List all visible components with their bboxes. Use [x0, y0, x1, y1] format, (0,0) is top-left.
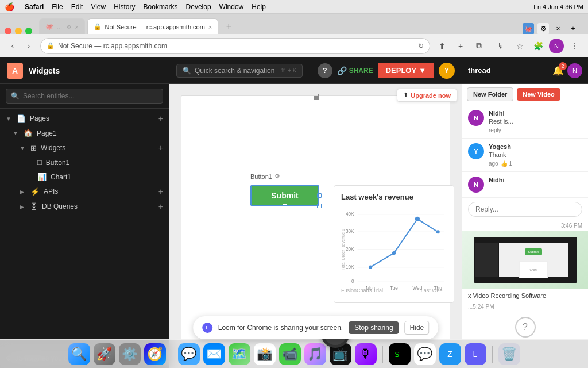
- tab-grid-btn[interactable]: ⧉: [471, 39, 486, 53]
- svg-text:10K: 10K: [346, 264, 354, 270]
- submit-button[interactable]: Submit: [250, 185, 319, 206]
- widgets-item[interactable]: ▼ ⊞ Widgets +: [0, 140, 169, 155]
- dock-zoom[interactable]: Z: [439, 343, 461, 365]
- entity-search-wrap[interactable]: 🔍: [6, 89, 163, 103]
- apis-item[interactable]: ▶ ⚡ APIs +: [0, 184, 169, 199]
- hide-button[interactable]: Hide: [405, 321, 430, 335]
- video-panel-buttons: New Folder New Video: [462, 84, 588, 105]
- comment-1-body: Nidhi Rest is... reply: [489, 110, 582, 133]
- browser-ext-icon-1[interactable]: 🐙: [523, 23, 534, 34]
- resize-handle-right[interactable]: [317, 193, 322, 198]
- puzzle-btn[interactable]: 🧩: [531, 39, 546, 53]
- right-panel-avatar[interactable]: N: [567, 63, 582, 78]
- menu-edit[interactable]: Edit: [71, 3, 83, 11]
- dock-terminal[interactable]: $_: [389, 343, 411, 365]
- add-widget-btn[interactable]: +: [158, 143, 163, 152]
- menu-window[interactable]: Window: [219, 3, 244, 11]
- dock-slack[interactable]: 💬: [414, 343, 436, 365]
- chart-widget[interactable]: Last week's revenue 40K 30K 20K 10K 0: [334, 185, 454, 303]
- dock-trash[interactable]: 🗑️: [498, 343, 520, 365]
- add-page-btn[interactable]: +: [158, 114, 163, 123]
- deploy-button[interactable]: DEPLOY ▼: [378, 63, 434, 78]
- apis-icon: ⚡: [30, 187, 40, 196]
- inactive-tab-icon: 🐙: [45, 23, 53, 30]
- dock-facetime[interactable]: 📹: [279, 343, 301, 365]
- new-folder-button[interactable]: New Folder: [467, 87, 513, 101]
- dock-messages[interactable]: 💬: [178, 343, 200, 365]
- menu-view[interactable]: View: [91, 3, 106, 11]
- new-tab-bar-btn[interactable]: +: [453, 39, 468, 53]
- entity-search-input[interactable]: [23, 92, 158, 100]
- menu-bookmarks[interactable]: Bookmarks: [144, 3, 178, 11]
- menu-develop[interactable]: Develop: [186, 3, 211, 11]
- search-bar[interactable]: 🔍 Quick search & navigation ⌘ + K: [176, 64, 303, 78]
- user-avatar-btn[interactable]: Y: [439, 63, 455, 79]
- dock-launchpad[interactable]: 🚀: [94, 343, 115, 365]
- reply-input[interactable]: [475, 205, 575, 213]
- add-db-btn[interactable]: +: [158, 202, 163, 211]
- dock-safari[interactable]: 🧭: [144, 343, 166, 365]
- inactive-tab[interactable]: 🐙 ... ⚙ ×: [39, 18, 85, 34]
- user-profile-btn[interactable]: N: [549, 39, 564, 53]
- upgrade-banner[interactable]: ⬆ Upgrade now: [397, 89, 457, 102]
- refresh-icon[interactable]: ↻: [418, 42, 424, 50]
- inactive-tab-close[interactable]: ×: [75, 24, 78, 30]
- active-tab[interactable]: 🔒 Not Secure — rc.app.appsmith.com ×: [87, 18, 219, 34]
- new-video-button[interactable]: New Video: [517, 88, 560, 101]
- menu-help[interactable]: Help: [252, 3, 266, 11]
- close-button[interactable]: [5, 28, 11, 34]
- dock-separator-1: [172, 346, 172, 363]
- menu-safari[interactable]: Safari: [25, 3, 44, 11]
- fullscreen-button[interactable]: [25, 28, 32, 34]
- tab-close-btn[interactable]: ×: [208, 24, 212, 30]
- notification-bell[interactable]: 🔔 2: [552, 65, 564, 76]
- button-widget[interactable]: Button1 ⚙ Submit: [250, 185, 319, 206]
- mic-btn[interactable]: 🎙: [494, 39, 509, 53]
- dock-podcasts[interactable]: 🎙: [355, 343, 377, 365]
- dock-mail[interactable]: ✉️: [203, 343, 225, 365]
- browser-ext-close[interactable]: ×: [552, 23, 564, 34]
- chart1-item[interactable]: ▶ 📊 Chart1: [0, 170, 169, 184]
- resize-handle-bottom[interactable]: [283, 204, 287, 208]
- db-queries-item[interactable]: ▶ 🗄 DB Queries +: [0, 199, 169, 214]
- extensions-btn[interactable]: ⋮: [567, 39, 582, 53]
- apple-menu[interactable]: 🍎: [5, 2, 14, 12]
- share-button[interactable]: 🔗 SHARE: [337, 66, 373, 75]
- search-text: Quick search & navigation: [195, 67, 274, 75]
- dock-maps[interactable]: 🗺️: [229, 343, 250, 365]
- address-bar[interactable]: 🔒 Not Secure — rc.app.appsmith.com ↻: [40, 38, 430, 54]
- browser-ext-icon-2[interactable]: ⚙: [537, 23, 549, 34]
- help-circle-btn[interactable]: ?: [462, 311, 588, 343]
- help-button[interactable]: ?: [318, 63, 332, 78]
- pages-header[interactable]: ▼ 📄 Pages +: [0, 111, 169, 126]
- dock-settings[interactable]: ⚙️: [119, 343, 141, 365]
- bookmark-star-btn[interactable]: ☆: [512, 39, 527, 53]
- browser-new-window[interactable]: +: [567, 23, 579, 34]
- dock-loom[interactable]: L: [465, 343, 486, 365]
- comment-2-ago[interactable]: ago: [489, 160, 498, 167]
- comment-1-reply[interactable]: reply: [489, 127, 501, 133]
- dock-itunes[interactable]: 🎵: [304, 343, 326, 365]
- dock-photos[interactable]: 📸: [254, 343, 276, 365]
- add-api-btn[interactable]: +: [158, 187, 163, 196]
- menu-history[interactable]: History: [114, 3, 135, 11]
- back-button[interactable]: ‹: [6, 39, 20, 53]
- widget-settings-icon[interactable]: ⚙: [274, 172, 280, 180]
- new-tab-button[interactable]: +: [220, 18, 237, 34]
- chart-area: 40K 30K 20K 10K 0 Total Order Revenue $: [341, 204, 447, 296]
- upgrade-text: Upgrade now: [411, 92, 451, 99]
- button1-item[interactable]: ▶ □ Button1: [0, 155, 169, 170]
- stop-sharing-button[interactable]: Stop sharing: [349, 321, 399, 334]
- device-preview-btn[interactable]: 🖥: [309, 90, 323, 105]
- page1-item[interactable]: ▼ 🏠 Page1: [0, 126, 169, 140]
- pages-icon: 📄: [17, 114, 26, 123]
- dock-finder[interactable]: 🔍: [68, 343, 90, 365]
- forward-button[interactable]: ›: [22, 39, 36, 53]
- share-page-btn[interactable]: ⬆: [435, 39, 450, 53]
- resize-handle-corner[interactable]: [317, 204, 322, 208]
- svg-point-12: [392, 251, 396, 255]
- minimize-button[interactable]: [15, 28, 22, 34]
- reply-input-wrap[interactable]: [468, 202, 582, 217]
- menu-file[interactable]: File: [52, 3, 63, 11]
- sidebar-header: A Widgets: [0, 57, 169, 84]
